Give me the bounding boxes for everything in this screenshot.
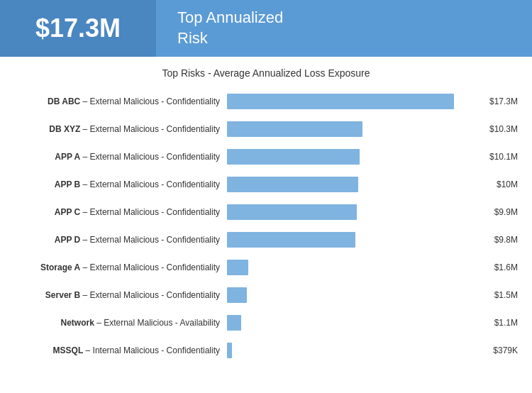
bar-area (227, 228, 475, 252)
row-value: $10M (475, 179, 518, 189)
row-label: DB XYZ – External Malicious - Confidenti… (14, 124, 227, 134)
chart-section: Top Risks - Average Annualized Loss Expo… (0, 57, 532, 370)
table-row: Storage A – External Malicious - Confide… (14, 255, 518, 279)
row-value: $1.5M (475, 290, 518, 300)
row-value: $10.3M (475, 124, 518, 134)
bar (227, 232, 355, 248)
bar (227, 315, 241, 331)
bar-area (227, 283, 475, 307)
bar (227, 121, 362, 137)
row-label: APP B – External Malicious - Confidentia… (14, 179, 227, 189)
bar-area (227, 255, 475, 279)
row-label: Storage A – External Malicious - Confide… (14, 262, 227, 272)
bar-area (227, 311, 475, 335)
bar (227, 94, 454, 109)
row-value: $9.8M (475, 235, 518, 245)
table-row: MSSQL – Internal Malicious - Confidentia… (14, 338, 518, 362)
bar (227, 177, 358, 192)
bar (227, 149, 360, 165)
row-value: $9.9M (475, 207, 518, 217)
table-row: APP C – External Malicious - Confidentia… (14, 200, 518, 224)
table-row: APP D – External Malicious - Confidentia… (14, 228, 518, 252)
row-label: APP D – External Malicious - Confidentia… (14, 235, 227, 245)
header: $17.3M Top Annualized Risk (0, 0, 532, 57)
bar (227, 204, 357, 220)
table-row: APP B – External Malicious - Confidentia… (14, 172, 518, 196)
row-label: APP C – External Malicious - Confidentia… (14, 207, 227, 217)
table-row: DB XYZ – External Malicious - Confidenti… (14, 117, 518, 141)
total-amount: $17.3M (0, 0, 156, 57)
row-label: DB ABC – External Malicious - Confidenti… (14, 96, 227, 106)
table-row: Server B – External Malicious - Confiden… (14, 283, 518, 307)
chart-title: Top Risks - Average Annualized Loss Expo… (14, 67, 518, 79)
row-label: Network – External Malicious - Availabil… (14, 318, 227, 328)
row-label: Server B – External Malicious - Confiden… (14, 290, 227, 300)
row-label: MSSQL – Internal Malicious - Confidentia… (14, 345, 227, 355)
header-title: Top Annualized Risk (156, 8, 283, 48)
bar (227, 260, 248, 275)
bar-area (227, 200, 475, 224)
bar (227, 343, 232, 358)
bar-area (227, 89, 475, 114)
chart-container: DB ABC – External Malicious - Confidenti… (14, 89, 518, 362)
table-row: Network – External Malicious - Availabil… (14, 311, 518, 335)
bar (227, 287, 247, 303)
row-value: $1.1M (475, 318, 518, 328)
bar-area (227, 172, 475, 196)
bar-area (227, 338, 475, 362)
row-value: $1.6M (475, 262, 518, 272)
bar-area (227, 117, 475, 141)
table-row: APP A – External Malicious - Confidentia… (14, 145, 518, 169)
row-value: $17.3M (475, 96, 518, 106)
table-row: DB ABC – External Malicious - Confidenti… (14, 89, 518, 114)
bar-area (227, 145, 475, 169)
row-value: $10.1M (475, 152, 518, 162)
row-value: $379K (475, 345, 518, 355)
row-label: APP A – External Malicious - Confidentia… (14, 152, 227, 162)
